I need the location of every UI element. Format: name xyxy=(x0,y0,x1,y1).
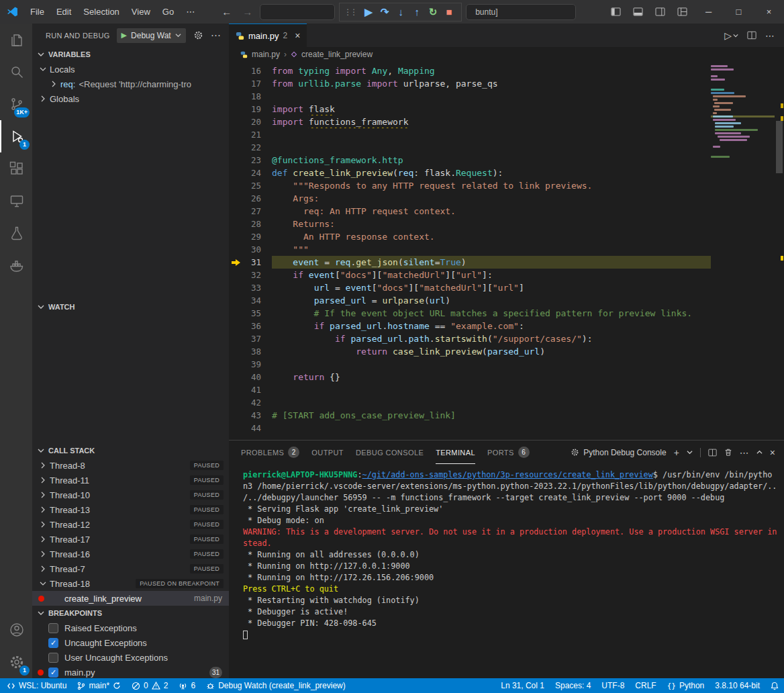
kill-terminal-trash-icon[interactable] xyxy=(724,448,732,457)
callstack-thread[interactable]: Thread-18PAUSED ON BREAKPOINT xyxy=(32,576,229,591)
line-number[interactable]: 16 xyxy=(244,64,261,77)
indentation-indicator[interactable]: Spaces: 4 xyxy=(550,678,596,693)
split-editor-button[interactable] xyxy=(747,31,756,40)
panel-tab-ports[interactable]: PORTS6 xyxy=(487,441,530,464)
line-number[interactable]: 19 xyxy=(244,103,261,116)
encoding-indicator[interactable]: UTF-8 xyxy=(596,678,630,693)
line-number[interactable]: 32 xyxy=(244,269,261,281)
line-number[interactable]: 34 xyxy=(244,294,261,307)
breadcrumb-symbol[interactable]: create_link_preview xyxy=(301,50,373,59)
line-number[interactable]: 35 xyxy=(244,307,261,320)
breadcrumb-file[interactable]: main.py xyxy=(252,50,280,59)
tab-close-icon[interactable]: × xyxy=(295,30,300,41)
step-over-button[interactable]: ↷ xyxy=(377,4,393,20)
line-number[interactable]: 20 xyxy=(244,116,261,128)
line-number[interactable]: 21 xyxy=(244,128,261,141)
line-number[interactable]: 24 xyxy=(244,167,261,179)
python-interpreter[interactable]: 3.8.10 64-bit xyxy=(709,678,765,693)
code-text[interactable]: def create_link_preview(req: flask.Reque… xyxy=(272,167,711,179)
sidebar-more-actions-icon[interactable]: ⋯ xyxy=(211,30,221,42)
code-text[interactable]: An HTTP response context. xyxy=(272,230,711,243)
line-number[interactable]: 17 xyxy=(244,77,261,90)
code-text[interactable]: # If the event object URL matches a spec… xyxy=(272,307,711,320)
callstack-thread[interactable]: Thread-7PAUSED xyxy=(32,561,229,576)
activitybar-remote-explorer[interactable] xyxy=(0,185,32,217)
code-text[interactable]: url = event["docs"]["matchedUrl"]["url"] xyxy=(272,281,711,294)
branch-indicator[interactable]: main* xyxy=(72,678,126,693)
code-text[interactable]: Returns: xyxy=(272,218,711,230)
menu-view[interactable]: View xyxy=(126,0,156,24)
activitybar-testing[interactable] xyxy=(0,217,32,249)
activitybar-run-and-debug[interactable]: 1 xyxy=(0,120,32,152)
activitybar-source-control[interactable]: 1K+ xyxy=(0,88,32,120)
forward-button[interactable]: → xyxy=(239,6,256,17)
problems-indicator[interactable]: 0 2 xyxy=(126,678,173,693)
variables-row[interactable]: Globals xyxy=(32,91,229,106)
menu-file[interactable]: File xyxy=(24,0,50,24)
code-text[interactable]: if event["docs"]["matchedUrl"]["url"]: xyxy=(272,269,711,281)
code-text[interactable]: req: An HTTP request context. xyxy=(272,205,711,218)
section-header-watch[interactable]: WATCH xyxy=(32,299,229,314)
breakpoint-row[interactable]: User Uncaught Exceptions xyxy=(32,650,229,665)
line-number[interactable]: 23 xyxy=(244,154,261,167)
line-number[interactable]: 30 xyxy=(244,243,261,256)
terminal-profile[interactable]: Python Debug Console xyxy=(571,448,666,457)
code-text[interactable]: return case_link_preview(parsed_url) xyxy=(272,345,711,358)
breakpoint-row[interactable]: ✓Uncaught Exceptions xyxy=(32,635,229,650)
line-number[interactable]: 29 xyxy=(244,230,261,243)
panel-tab-terminal[interactable]: TERMINAL xyxy=(436,441,475,464)
breakpoint-checkbox[interactable] xyxy=(48,653,58,663)
variables-row[interactable]: Locals xyxy=(32,62,229,77)
callstack-thread[interactable]: Thread-12PAUSED xyxy=(32,517,229,532)
section-header-call-stack[interactable]: CALL STACK xyxy=(32,443,229,458)
code-text[interactable]: event = req.get_json(silent=True) xyxy=(272,256,711,269)
line-number[interactable]: 36 xyxy=(244,320,261,332)
callstack-thread[interactable]: Thread-8PAUSED xyxy=(32,458,229,473)
callstack-thread[interactable]: Thread-13PAUSED xyxy=(32,502,229,517)
cursor-position[interactable]: Ln 31, Col 1 xyxy=(495,678,550,693)
line-number[interactable]: 41 xyxy=(244,383,261,396)
line-number[interactable]: 39 xyxy=(244,358,261,371)
panel-tab-debug-console[interactable]: DEBUG CONSOLE xyxy=(356,441,424,464)
activitybar-explorer[interactable] xyxy=(0,24,32,56)
toggle-secondary-sidebar-icon[interactable] xyxy=(649,0,671,24)
debug-session-indicator[interactable]: Debug Watch (create_link_preview) xyxy=(201,678,351,693)
scrollbar-thumb[interactable] xyxy=(776,121,783,173)
code-text[interactable]: parsed_url = urlparse(url) xyxy=(272,294,711,307)
minimap[interactable] xyxy=(711,62,775,440)
line-number[interactable]: 37 xyxy=(244,332,261,345)
code-text[interactable]: """ xyxy=(272,243,711,256)
editor-scrollbar[interactable] xyxy=(775,62,784,440)
close-button[interactable]: × xyxy=(754,0,784,24)
menu-edit[interactable]: Edit xyxy=(50,0,77,24)
menu-go[interactable]: Go xyxy=(156,0,180,24)
line-number[interactable]: 28 xyxy=(244,218,261,230)
code-text[interactable]: import flask xyxy=(272,103,711,116)
code-text[interactable]: if parsed_url.path.startswith("/support/… xyxy=(272,332,711,345)
code-text[interactable]: """Responds to any HTTP request related … xyxy=(272,179,711,192)
debug-configuration-dropdown[interactable]: ▶ Debug Wat xyxy=(117,28,186,43)
line-number[interactable]: 38 xyxy=(244,345,261,358)
code-text[interactable]: if parsed_url.hostname == "example.com": xyxy=(272,320,711,332)
callstack-thread[interactable]: Thread-10PAUSED xyxy=(32,488,229,502)
code-text[interactable]: import functions_framework xyxy=(272,116,711,128)
line-number[interactable]: 31 xyxy=(244,256,261,269)
activitybar-accounts[interactable] xyxy=(0,614,32,646)
toggle-panel-icon[interactable] xyxy=(627,0,649,24)
callstack-thread[interactable]: Thread-17PAUSED xyxy=(32,532,229,547)
section-header-breakpoints[interactable]: BREAKPOINTS xyxy=(32,606,229,620)
variables-row[interactable]: req:<Request 'http://charming-tro xyxy=(32,77,229,91)
code-text[interactable]: # [START add_ons_case_preview_link] xyxy=(272,409,711,422)
line-number[interactable]: 18 xyxy=(244,90,261,103)
line-number[interactable]: 26 xyxy=(244,192,261,205)
line-number[interactable]: 33 xyxy=(244,281,261,294)
step-into-button[interactable]: ↓ xyxy=(393,4,409,20)
line-number[interactable]: 40 xyxy=(244,371,261,383)
language-mode[interactable]: {} Python xyxy=(662,678,710,693)
eol-indicator[interactable]: CRLF xyxy=(630,678,661,693)
toggle-sidebar-icon[interactable] xyxy=(605,0,627,24)
line-number[interactable]: 22 xyxy=(244,141,261,154)
editor-more-actions-icon[interactable]: ⋯ xyxy=(765,30,775,41)
activitybar-manage[interactable]: 1 xyxy=(0,646,32,678)
code-text[interactable] xyxy=(272,383,711,396)
